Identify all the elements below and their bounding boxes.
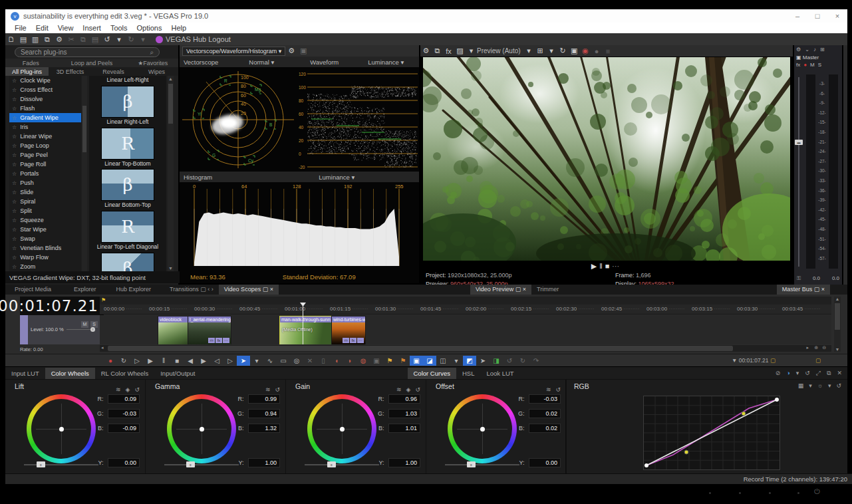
clip-crop-icon[interactable]: ▭ [208, 338, 215, 343]
properties-icon[interactable]: ⧉ [41, 35, 53, 44]
preset-thumbnail[interactable]: R [101, 128, 154, 160]
favorite-star-icon[interactable]: ☆ [12, 115, 17, 121]
preview-play-icon[interactable]: ▶ [591, 262, 599, 271]
favorite-star-icon[interactable]: ☆ [12, 217, 17, 223]
waveform-mode-dropdown[interactable]: Luminance ▾ [368, 59, 404, 66]
audio-fade-in-button[interactable]: ◖ [330, 356, 343, 366]
tab-look-lut[interactable]: Look LUT [480, 368, 519, 379]
favorite-star-icon[interactable]: ☆ [12, 124, 17, 130]
interactive-tutorials-button[interactable]: ↷ [529, 356, 543, 366]
menu-tools[interactable]: Tools [106, 24, 132, 32]
wheel-slider-handle[interactable]: ≡ [37, 461, 45, 467]
title-bar[interactable]: v sustainability is everything edit 3.ve… [5, 9, 847, 23]
normal-edit-tool-button[interactable]: ➤ [237, 356, 250, 366]
timeline-events-lane[interactable]: videoblock l_aerial-meandering ▭fx⋯ man-… [100, 315, 831, 344]
favorite-star-icon[interactable]: ☆ [12, 106, 17, 112]
maximize-button[interactable]: □ [807, 12, 827, 20]
favorite-star-icon[interactable]: ☆ [12, 78, 17, 84]
value-y[interactable]: 0.00 [108, 458, 140, 467]
overlay-icon[interactable]: ⧉ [432, 47, 443, 55]
vegas-hub-logout[interactable]: VEGAS Hub Logout [166, 35, 231, 43]
redo-icon[interactable]: ↻ [125, 35, 137, 44]
tab-rl-color-wheels[interactable]: RL Color Wheels [95, 368, 154, 379]
audio-normalize-button[interactable]: ◍ [356, 356, 370, 366]
favorite-star-icon[interactable]: ☆ [12, 134, 17, 140]
close-panel-icon[interactable]: ✕ [837, 370, 842, 377]
value-b[interactable]: -0.09 [108, 424, 140, 433]
plugin-item[interactable]: ☆Spiral [9, 197, 81, 206]
plugin-item[interactable]: ☆Linear Wipe [9, 132, 81, 141]
plugin-item[interactable]: ☆Split [9, 206, 81, 215]
curves-channel-caret[interactable]: ▾ [809, 382, 812, 389]
undo-dropdown-icon[interactable]: ▾ [113, 35, 125, 44]
clip-more-icon[interactable]: ⋯ [357, 338, 364, 343]
preset-scrollbar[interactable]: ▲ ▼ [168, 76, 174, 271]
redo-small-button[interactable]: ↻ [516, 356, 529, 366]
tab-hub-explorer[interactable]: Hub Explorer [111, 285, 157, 295]
favorite-star-icon[interactable]: ☆ [12, 236, 17, 242]
favorite-star-icon[interactable]: ☆ [12, 162, 17, 168]
zoom-tool-button[interactable]: ◎ [290, 356, 303, 366]
tab-wipes[interactable]: Wipes [135, 67, 178, 76]
plugin-item[interactable]: ☆Page Peel [9, 150, 81, 160]
plugin-list-scrollbar[interactable] [82, 76, 87, 271]
snapping-button[interactable]: ◫ [436, 356, 450, 366]
undo-icon[interactable]: ↺ [101, 35, 113, 44]
master-fx-button[interactable]: fx [796, 62, 800, 68]
plugin-item[interactable]: ☆Venetian Blinds [9, 243, 81, 253]
plugin-item[interactable]: ☆Gradient Wipe [9, 113, 81, 122]
next-frame-button[interactable]: ▷ [223, 356, 237, 366]
previous-frame-button[interactable]: ◁ [210, 356, 223, 366]
wheel-params-icon[interactable]: ≋ [116, 386, 121, 393]
menu-insert[interactable]: Insert [78, 24, 106, 32]
preview-pause-icon[interactable]: ‖ [599, 262, 605, 270]
wheel-reset-icon[interactable]: ↺ [415, 386, 420, 393]
undo-small-button[interactable]: ↺ [503, 356, 516, 366]
master-mute-button[interactable]: M [810, 62, 815, 68]
value-r[interactable]: 0.96 [388, 394, 420, 404]
master-record-icon[interactable]: ● [803, 62, 807, 68]
delete-button[interactable]: ✕ [303, 356, 317, 366]
value-b[interactable]: 0.02 [529, 424, 561, 433]
value-g[interactable]: 0.02 [529, 409, 561, 418]
record-button[interactable]: ● [104, 356, 117, 366]
value-g[interactable]: 0.94 [248, 409, 280, 418]
master-dim-icon[interactable]: ♪ [813, 47, 816, 53]
bypass-icon[interactable]: ⊘ [776, 370, 781, 377]
wheel-slider[interactable]: ≡ [445, 464, 519, 465]
master-solo-button[interactable]: S [818, 62, 821, 68]
wheel-center-dot[interactable] [200, 427, 204, 432]
favorite-star-icon[interactable]: ☆ [12, 245, 17, 251]
master-meter-menu-icon[interactable]: ⊞ [820, 47, 825, 53]
favorite-star-icon[interactable]: ☆ [12, 96, 17, 102]
wheel-move-icon[interactable]: ◈ [406, 386, 411, 393]
wheel-slider-handle[interactable]: ≡ [186, 461, 195, 467]
multicam-button[interactable]: ◨ [490, 356, 503, 366]
pop-out-icon[interactable]: ⤢ [816, 370, 821, 377]
timeline-clip[interactable]: wind-turbines-wi ▭fx⋯ [331, 316, 366, 344]
wheel-params-icon[interactable]: ≋ [546, 386, 551, 393]
copy-icon[interactable]: ⧉ [77, 35, 89, 44]
open-icon[interactable]: ▤ [17, 35, 29, 44]
menu-view[interactable]: View [53, 24, 78, 32]
envelope-tool-button[interactable]: ∿ [263, 356, 277, 366]
insert-audio-track-button[interactable]: ◪ [423, 356, 436, 366]
tab-favorites[interactable]: ★ Favorites [128, 59, 178, 67]
loop-playback-button[interactable]: ↻ [117, 356, 130, 366]
tab-color-curves[interactable]: Color Curves [408, 368, 456, 379]
tab-all-plugins[interactable]: All Plug-ins [5, 67, 49, 76]
clip-fx-icon[interactable]: fx [350, 338, 356, 343]
video-fx-icon[interactable]: fx [443, 47, 454, 55]
plugin-item[interactable]: ☆Push [9, 178, 81, 188]
favorite-star-icon[interactable]: ☆ [12, 171, 17, 177]
histogram-mode-dropdown[interactable]: Luminance ▾ [319, 174, 355, 181]
lock-button[interactable]: ▣ [370, 356, 383, 366]
wheel-center-dot[interactable] [340, 427, 345, 432]
tab-explorer[interactable]: Explorer [69, 285, 102, 295]
preview-more-transport-icon[interactable]: ⋯ [612, 262, 622, 271]
favorite-star-icon[interactable]: ☆ [12, 199, 17, 205]
auto-ripple-button[interactable]: ◩ [463, 356, 476, 366]
grid-dropdown-icon[interactable]: ▾ [546, 47, 557, 55]
curves-channel-select-icon[interactable]: ▦ [798, 382, 804, 389]
marker-bar[interactable]: ⚑ [100, 297, 831, 305]
